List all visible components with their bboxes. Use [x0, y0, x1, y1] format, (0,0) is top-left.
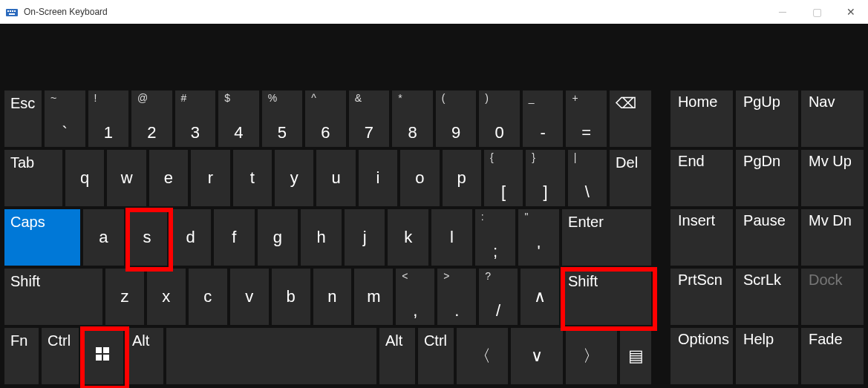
key-mvdn[interactable]: Mv Dn	[801, 209, 864, 266]
key-home[interactable]: Home	[670, 91, 733, 147]
key-n[interactable]: n	[313, 269, 352, 325]
key-delete[interactable]: Del	[610, 150, 651, 206]
key-g[interactable]: g	[258, 209, 298, 266]
svg-rect-1	[7, 10, 9, 12]
key-a[interactable]: a	[83, 209, 124, 266]
row-3: Caps a s d f g h j k l :; "' Enter Inser…	[4, 209, 864, 266]
key-pause[interactable]: Pause	[736, 209, 798, 266]
key-l[interactable]: l	[431, 209, 472, 266]
key-right-alt[interactable]: Alt	[379, 328, 415, 384]
key-right-ctrl[interactable]: Ctrl	[418, 328, 454, 384]
key-y[interactable]: y	[275, 150, 313, 206]
key-u[interactable]: u	[316, 150, 355, 206]
key-equals[interactable]: +=	[566, 91, 607, 147]
key-slash[interactable]: ?/	[479, 269, 518, 325]
key-backspace[interactable]: ⌫	[610, 91, 651, 147]
key-c[interactable]: c	[189, 269, 227, 325]
key-j[interactable]: j	[345, 209, 385, 266]
key-tab[interactable]: Tab	[4, 150, 62, 206]
key-left-alt[interactable]: Alt	[126, 328, 163, 384]
key-minus[interactable]: _-	[523, 91, 564, 147]
key-pgup[interactable]: PgUp	[736, 91, 798, 147]
key-b[interactable]: b	[272, 269, 310, 325]
key-arrow-up[interactable]: ∧	[521, 269, 559, 325]
key-6[interactable]: ^6	[305, 91, 346, 147]
key-5[interactable]: %5	[262, 91, 303, 147]
titlebar: On-Screen Keyboard ─ ▢ ✕	[0, 0, 868, 24]
key-4[interactable]: $4	[218, 91, 259, 147]
key-w[interactable]: w	[107, 150, 146, 206]
keyboard: Esc ~` !1 @2 #3 $4 %5 ^6 &7 *8 (9 )0 _- …	[0, 24, 868, 388]
key-z[interactable]: z	[105, 269, 144, 325]
key-enter[interactable]: Enter	[562, 209, 651, 266]
key-nav[interactable]: Nav	[801, 91, 864, 147]
key-f[interactable]: f	[214, 209, 255, 266]
key-1[interactable]: !1	[88, 91, 129, 147]
key-right-bracket[interactable]: }]	[526, 150, 564, 206]
key-end[interactable]: End	[670, 150, 733, 206]
key-help[interactable]: Help	[736, 328, 798, 384]
key-insert[interactable]: Insert	[670, 209, 733, 266]
key-backtick[interactable]: ~`	[45, 91, 85, 147]
key-e[interactable]: e	[149, 150, 188, 206]
chevron-down-icon: ∨	[531, 346, 543, 366]
key-7[interactable]: &7	[349, 91, 390, 147]
key-options[interactable]: Options	[670, 328, 733, 384]
key-0[interactable]: )0	[479, 91, 520, 147]
key-space[interactable]	[166, 328, 376, 384]
svg-rect-3	[12, 10, 13, 12]
key-period[interactable]: >.	[437, 269, 476, 325]
key-arrow-down[interactable]: ∨	[511, 328, 562, 384]
key-arrow-right[interactable]: 〉	[566, 328, 617, 384]
close-button[interactable]: ✕	[834, 0, 868, 24]
key-context-menu[interactable]: ▤	[620, 328, 651, 384]
key-pgdn[interactable]: PgDn	[736, 150, 798, 206]
key-o[interactable]: o	[400, 150, 439, 206]
key-9[interactable]: (9	[436, 91, 477, 147]
key-d[interactable]: d	[170, 209, 211, 266]
key-dock[interactable]: Dock	[801, 269, 864, 325]
row-4: Shift z x c v b n m <, >. ?/ ∧ Shift Prt…	[4, 269, 864, 325]
key-s[interactable]: s	[127, 209, 168, 266]
key-caps[interactable]: Caps	[4, 209, 80, 266]
key-scrlk[interactable]: ScrLk	[736, 269, 798, 325]
key-windows[interactable]	[82, 328, 123, 384]
key-3[interactable]: #3	[175, 91, 216, 147]
app-icon	[6, 6, 18, 18]
key-v[interactable]: v	[230, 269, 269, 325]
minimize-button[interactable]: ─	[766, 0, 800, 24]
row-1: Esc ~` !1 @2 #3 $4 %5 ^6 &7 *8 (9 )0 _- …	[4, 91, 864, 147]
key-t[interactable]: t	[233, 150, 272, 206]
key-backslash[interactable]: |\	[568, 150, 607, 206]
key-h[interactable]: h	[301, 209, 342, 266]
svg-rect-2	[10, 10, 11, 12]
key-arrow-left[interactable]: 〈	[457, 328, 508, 384]
key-left-bracket[interactable]: {[	[484, 150, 523, 206]
key-left-shift[interactable]: Shift	[4, 269, 102, 325]
key-comma[interactable]: <,	[396, 269, 434, 325]
svg-rect-0	[6, 9, 18, 16]
key-8[interactable]: *8	[392, 91, 433, 147]
key-left-ctrl[interactable]: Ctrl	[42, 328, 79, 384]
key-i[interactable]: i	[359, 150, 397, 206]
key-semicolon[interactable]: :;	[475, 209, 516, 266]
key-k[interactable]: k	[388, 209, 428, 266]
key-m[interactable]: m	[354, 269, 393, 325]
maximize-button[interactable]: ▢	[800, 0, 834, 24]
key-mvup[interactable]: Mv Up	[801, 150, 864, 206]
key-fn[interactable]: Fn	[4, 328, 39, 384]
key-x[interactable]: x	[147, 269, 186, 325]
key-fade[interactable]: Fade	[801, 328, 864, 384]
key-r[interactable]: r	[191, 150, 229, 206]
key-prtscn[interactable]: PrtScn	[670, 269, 733, 325]
key-2[interactable]: @2	[131, 91, 172, 147]
key-q[interactable]: q	[65, 150, 104, 206]
menu-icon: ▤	[628, 346, 644, 366]
window-title: On-Screen Keyboard	[24, 7, 766, 17]
key-p[interactable]: p	[443, 150, 481, 206]
key-apostrophe[interactable]: "'	[518, 209, 559, 266]
svg-rect-7	[103, 347, 109, 353]
key-right-shift[interactable]: Shift	[562, 269, 651, 325]
key-esc[interactable]: Esc	[4, 91, 42, 147]
chevron-right-icon: 〉	[583, 345, 599, 367]
